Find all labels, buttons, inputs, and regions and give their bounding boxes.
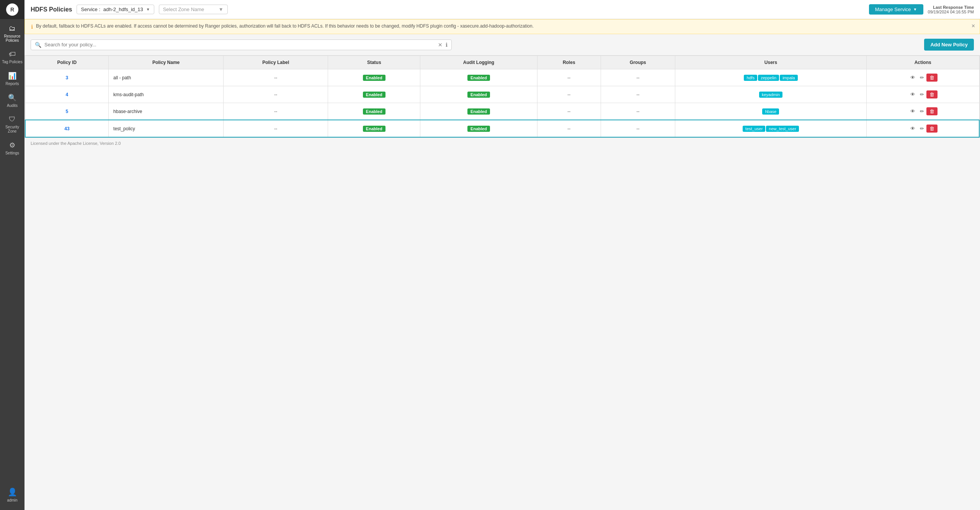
table-row: 43test_policy--EnabledEnabled----test_us… xyxy=(25,120,979,137)
edit-button[interactable]: ✏ xyxy=(918,107,926,116)
policy-id-link[interactable]: 3 xyxy=(65,75,68,80)
col-groups: Groups xyxy=(601,56,675,69)
user-tag: keyadmin xyxy=(759,92,782,98)
col-policy-id: Policy ID xyxy=(25,56,109,69)
col-roles: Roles xyxy=(537,56,601,69)
users-cell: hbase xyxy=(675,103,867,120)
zone-placeholder: Select Zone Name xyxy=(163,7,204,12)
policy-id-link[interactable]: 4 xyxy=(65,92,68,97)
license-link[interactable]: Licensed under the Apache License, Versi… xyxy=(31,141,121,146)
user-tag: hbase xyxy=(762,108,779,115)
roles-cell: -- xyxy=(537,69,601,86)
policy-table: Policy ID Policy Name Policy Label Statu… xyxy=(25,56,980,138)
user-tag: test_user xyxy=(743,126,765,132)
sidebar-item-audits[interactable]: 🔍 Audits xyxy=(0,90,24,112)
groups-cell: -- xyxy=(601,103,675,120)
sidebar-item-tag-policies[interactable]: 🏷 Tag Policies xyxy=(0,46,24,68)
audit-logging-badge: Enabled xyxy=(467,92,490,98)
user-tag: zeppelin xyxy=(758,75,779,81)
status-cell: Enabled xyxy=(328,103,420,120)
delete-button[interactable]: 🗑 xyxy=(926,74,938,82)
policy-id-link[interactable]: 43 xyxy=(64,126,69,131)
roles-cell: -- xyxy=(537,103,601,120)
delete-button[interactable]: 🗑 xyxy=(926,107,938,115)
service-label: Service : adh-2_hdfs_id_13 xyxy=(81,7,143,12)
sidebar-item-reports[interactable]: 📊 Reports xyxy=(0,68,24,90)
search-input[interactable] xyxy=(44,42,435,48)
last-response-label: Last Response Time xyxy=(928,5,974,10)
view-button[interactable]: 👁 xyxy=(908,107,918,116)
policy-name-cell: all - path xyxy=(109,69,224,86)
edit-button[interactable]: ✏ xyxy=(918,90,926,99)
audit-logging-cell: Enabled xyxy=(420,69,537,86)
add-new-policy-button[interactable]: Add New Policy xyxy=(924,39,974,51)
header: HDFS Policies Service : adh-2_hdfs_id_13… xyxy=(24,0,980,19)
logo-icon: R xyxy=(6,3,18,16)
status-badge: Enabled xyxy=(363,126,385,132)
table-row: 3all - path--EnabledEnabled----hdfszeppe… xyxy=(25,69,979,86)
sidebar-item-label: Resource Policies xyxy=(2,34,23,43)
sidebar-item-resource-policies[interactable]: 🗂 Resource Policies xyxy=(0,21,24,46)
sidebar-item-settings[interactable]: ⚙ Settings xyxy=(0,137,24,159)
sidebar-item-label: Reports xyxy=(5,82,19,86)
col-policy-label: Policy Label xyxy=(224,56,328,69)
sidebar-item-label: Audits xyxy=(7,103,18,108)
search-clear-icon[interactable]: ✕ xyxy=(438,42,443,48)
delete-button[interactable]: 🗑 xyxy=(926,90,938,98)
search-container: 🔍 ✕ ℹ xyxy=(31,39,452,50)
edit-button[interactable]: ✏ xyxy=(918,73,926,82)
status-badge: Enabled xyxy=(363,108,385,115)
service-dropdown[interactable]: Service : adh-2_hdfs_id_13 ▼ xyxy=(77,5,154,14)
alert-message: By default, fallback to HDFS ACLs are en… xyxy=(36,23,534,29)
manage-service-button[interactable]: Manage Service ▼ xyxy=(869,4,923,15)
alert-close-button[interactable]: × xyxy=(972,23,975,30)
toolbar: 🔍 ✕ ℹ Add New Policy xyxy=(24,34,980,55)
zone-dropdown[interactable]: Select Zone Name ▼ xyxy=(159,5,228,14)
audit-logging-badge: Enabled xyxy=(467,75,490,81)
edit-button[interactable]: ✏ xyxy=(918,124,926,133)
audit-logging-cell: Enabled xyxy=(420,103,537,120)
audit-logging-cell: Enabled xyxy=(420,86,537,103)
col-audit-logging: Audit Logging xyxy=(420,56,537,69)
alert-icon: ℹ xyxy=(31,24,33,30)
last-response-value: 09/19/2024 04:16:55 PM xyxy=(928,10,974,14)
status-cell: Enabled xyxy=(328,120,420,137)
policy-name-cell: hbase-archive xyxy=(109,103,224,120)
actions-cell: 👁✏🗑 xyxy=(866,120,979,137)
alert-banner: ℹ By default, fallback to HDFS ACLs are … xyxy=(24,19,980,34)
groups-cell: -- xyxy=(601,120,675,137)
audits-icon: 🔍 xyxy=(8,93,16,102)
sidebar-item-label: Security Zone xyxy=(2,125,23,133)
manage-service-dropdown-arrow: ▼ xyxy=(913,7,917,11)
delete-button[interactable]: 🗑 xyxy=(926,125,938,133)
search-info-icon[interactable]: ℹ xyxy=(446,42,448,48)
settings-icon: ⚙ xyxy=(9,141,15,149)
policy-label-cell: -- xyxy=(224,86,328,103)
view-button[interactable]: 👁 xyxy=(908,124,918,133)
roles-cell: -- xyxy=(537,120,601,137)
table-row: 4kms-audit-path--EnabledEnabled----keyad… xyxy=(25,86,979,103)
actions-cell: 👁✏🗑 xyxy=(866,103,979,120)
policy-id-link[interactable]: 5 xyxy=(65,109,68,114)
audit-logging-badge: Enabled xyxy=(467,108,490,115)
user-profile[interactable]: 👤 admin xyxy=(0,484,24,506)
app-logo[interactable]: R xyxy=(0,0,24,19)
actions-cell: 👁✏🗑 xyxy=(866,69,979,86)
user-avatar-icon: 👤 xyxy=(8,487,17,497)
sidebar-bottom: 👤 admin xyxy=(0,484,24,510)
sidebar-item-security-zone[interactable]: 🛡 Security Zone xyxy=(0,112,24,137)
policy-label-cell: -- xyxy=(224,103,328,120)
view-button[interactable]: 👁 xyxy=(908,73,918,82)
tag-policies-icon: 🏷 xyxy=(9,50,16,58)
roles-cell: -- xyxy=(537,86,601,103)
page-title: HDFS Policies xyxy=(31,6,72,13)
view-button[interactable]: 👁 xyxy=(908,90,918,99)
user-tag: new_test_user xyxy=(766,126,799,132)
service-dropdown-arrow: ▼ xyxy=(146,7,150,11)
status-cell: Enabled xyxy=(328,86,420,103)
status-badge: Enabled xyxy=(363,75,385,81)
table-row: 5hbase-archive--EnabledEnabled----hbase👁… xyxy=(25,103,979,120)
groups-cell: -- xyxy=(601,69,675,86)
sidebar-item-label: Tag Policies xyxy=(2,60,22,64)
actions-cell: 👁✏🗑 xyxy=(866,86,979,103)
